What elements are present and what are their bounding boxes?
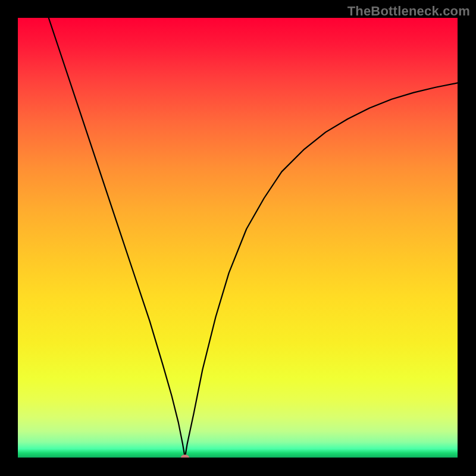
watermark-text: TheBottleneck.com <box>347 4 470 19</box>
bottleneck-curve <box>49 18 458 458</box>
curve-layer <box>18 18 458 458</box>
plot-area <box>18 18 458 458</box>
optimal-point-marker <box>181 455 189 458</box>
chart-stage: TheBottleneck.com <box>0 0 476 476</box>
